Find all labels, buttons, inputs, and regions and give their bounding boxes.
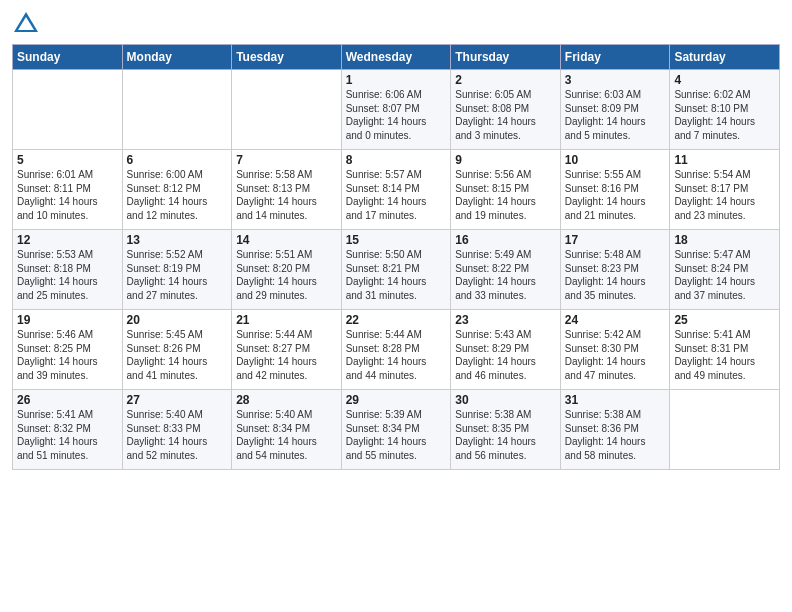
day-number: 14 — [236, 233, 337, 247]
week-row-4: 26Sunrise: 5:41 AMSunset: 8:32 PMDayligh… — [13, 390, 780, 470]
day-info: Sunrise: 5:41 AMSunset: 8:32 PMDaylight:… — [17, 408, 118, 462]
calendar-cell: 8Sunrise: 5:57 AMSunset: 8:14 PMDaylight… — [341, 150, 451, 230]
weekday-header-saturday: Saturday — [670, 45, 780, 70]
day-number: 6 — [127, 153, 228, 167]
calendar-cell: 26Sunrise: 5:41 AMSunset: 8:32 PMDayligh… — [13, 390, 123, 470]
day-number: 17 — [565, 233, 666, 247]
day-info: Sunrise: 6:01 AMSunset: 8:11 PMDaylight:… — [17, 168, 118, 222]
day-info: Sunrise: 5:54 AMSunset: 8:17 PMDaylight:… — [674, 168, 775, 222]
day-info: Sunrise: 5:38 AMSunset: 8:36 PMDaylight:… — [565, 408, 666, 462]
day-number: 2 — [455, 73, 556, 87]
calendar-cell: 25Sunrise: 5:41 AMSunset: 8:31 PMDayligh… — [670, 310, 780, 390]
weekday-header-thursday: Thursday — [451, 45, 561, 70]
weekday-header-wednesday: Wednesday — [341, 45, 451, 70]
calendar-cell — [232, 70, 342, 150]
weekday-header-row: SundayMondayTuesdayWednesdayThursdayFrid… — [13, 45, 780, 70]
day-info: Sunrise: 6:06 AMSunset: 8:07 PMDaylight:… — [346, 88, 447, 142]
calendar-cell: 2Sunrise: 6:05 AMSunset: 8:08 PMDaylight… — [451, 70, 561, 150]
day-number: 12 — [17, 233, 118, 247]
week-row-3: 19Sunrise: 5:46 AMSunset: 8:25 PMDayligh… — [13, 310, 780, 390]
calendar-cell: 4Sunrise: 6:02 AMSunset: 8:10 PMDaylight… — [670, 70, 780, 150]
calendar-cell: 15Sunrise: 5:50 AMSunset: 8:21 PMDayligh… — [341, 230, 451, 310]
day-info: Sunrise: 5:49 AMSunset: 8:22 PMDaylight:… — [455, 248, 556, 302]
day-number: 3 — [565, 73, 666, 87]
day-number: 11 — [674, 153, 775, 167]
day-info: Sunrise: 5:47 AMSunset: 8:24 PMDaylight:… — [674, 248, 775, 302]
calendar-cell: 24Sunrise: 5:42 AMSunset: 8:30 PMDayligh… — [560, 310, 670, 390]
day-number: 28 — [236, 393, 337, 407]
day-info: Sunrise: 6:05 AMSunset: 8:08 PMDaylight:… — [455, 88, 556, 142]
weekday-header-friday: Friday — [560, 45, 670, 70]
day-number: 27 — [127, 393, 228, 407]
day-number: 23 — [455, 313, 556, 327]
calendar-cell: 9Sunrise: 5:56 AMSunset: 8:15 PMDaylight… — [451, 150, 561, 230]
week-row-2: 12Sunrise: 5:53 AMSunset: 8:18 PMDayligh… — [13, 230, 780, 310]
day-number: 15 — [346, 233, 447, 247]
day-number: 18 — [674, 233, 775, 247]
calendar-cell: 12Sunrise: 5:53 AMSunset: 8:18 PMDayligh… — [13, 230, 123, 310]
calendar-table: SundayMondayTuesdayWednesdayThursdayFrid… — [12, 44, 780, 470]
calendar-cell — [13, 70, 123, 150]
day-info: Sunrise: 6:00 AMSunset: 8:12 PMDaylight:… — [127, 168, 228, 222]
day-number: 9 — [455, 153, 556, 167]
calendar-cell: 10Sunrise: 5:55 AMSunset: 8:16 PMDayligh… — [560, 150, 670, 230]
day-number: 21 — [236, 313, 337, 327]
day-number: 7 — [236, 153, 337, 167]
calendar-cell: 29Sunrise: 5:39 AMSunset: 8:34 PMDayligh… — [341, 390, 451, 470]
week-row-1: 5Sunrise: 6:01 AMSunset: 8:11 PMDaylight… — [13, 150, 780, 230]
page: SundayMondayTuesdayWednesdayThursdayFrid… — [0, 0, 792, 612]
logo — [12, 10, 44, 38]
day-number: 31 — [565, 393, 666, 407]
day-number: 22 — [346, 313, 447, 327]
day-info: Sunrise: 5:40 AMSunset: 8:33 PMDaylight:… — [127, 408, 228, 462]
day-info: Sunrise: 6:02 AMSunset: 8:10 PMDaylight:… — [674, 88, 775, 142]
day-info: Sunrise: 5:51 AMSunset: 8:20 PMDaylight:… — [236, 248, 337, 302]
day-info: Sunrise: 5:52 AMSunset: 8:19 PMDaylight:… — [127, 248, 228, 302]
day-number: 10 — [565, 153, 666, 167]
calendar-cell — [122, 70, 232, 150]
day-number: 29 — [346, 393, 447, 407]
day-info: Sunrise: 5:39 AMSunset: 8:34 PMDaylight:… — [346, 408, 447, 462]
day-info: Sunrise: 5:48 AMSunset: 8:23 PMDaylight:… — [565, 248, 666, 302]
day-info: Sunrise: 5:44 AMSunset: 8:27 PMDaylight:… — [236, 328, 337, 382]
calendar-cell: 19Sunrise: 5:46 AMSunset: 8:25 PMDayligh… — [13, 310, 123, 390]
day-number: 24 — [565, 313, 666, 327]
header — [12, 10, 780, 38]
calendar-cell: 18Sunrise: 5:47 AMSunset: 8:24 PMDayligh… — [670, 230, 780, 310]
day-info: Sunrise: 5:43 AMSunset: 8:29 PMDaylight:… — [455, 328, 556, 382]
calendar-cell — [670, 390, 780, 470]
logo-icon — [12, 10, 40, 38]
calendar-cell: 27Sunrise: 5:40 AMSunset: 8:33 PMDayligh… — [122, 390, 232, 470]
day-number: 5 — [17, 153, 118, 167]
calendar-cell: 20Sunrise: 5:45 AMSunset: 8:26 PMDayligh… — [122, 310, 232, 390]
day-info: Sunrise: 5:42 AMSunset: 8:30 PMDaylight:… — [565, 328, 666, 382]
calendar-cell: 5Sunrise: 6:01 AMSunset: 8:11 PMDaylight… — [13, 150, 123, 230]
day-number: 25 — [674, 313, 775, 327]
calendar-cell: 1Sunrise: 6:06 AMSunset: 8:07 PMDaylight… — [341, 70, 451, 150]
calendar-cell: 21Sunrise: 5:44 AMSunset: 8:27 PMDayligh… — [232, 310, 342, 390]
weekday-header-monday: Monday — [122, 45, 232, 70]
day-info: Sunrise: 6:03 AMSunset: 8:09 PMDaylight:… — [565, 88, 666, 142]
calendar-cell: 23Sunrise: 5:43 AMSunset: 8:29 PMDayligh… — [451, 310, 561, 390]
calendar-cell: 22Sunrise: 5:44 AMSunset: 8:28 PMDayligh… — [341, 310, 451, 390]
weekday-header-sunday: Sunday — [13, 45, 123, 70]
day-number: 20 — [127, 313, 228, 327]
day-info: Sunrise: 5:44 AMSunset: 8:28 PMDaylight:… — [346, 328, 447, 382]
day-number: 19 — [17, 313, 118, 327]
day-number: 26 — [17, 393, 118, 407]
week-row-0: 1Sunrise: 6:06 AMSunset: 8:07 PMDaylight… — [13, 70, 780, 150]
calendar-cell: 30Sunrise: 5:38 AMSunset: 8:35 PMDayligh… — [451, 390, 561, 470]
day-number: 13 — [127, 233, 228, 247]
day-info: Sunrise: 5:50 AMSunset: 8:21 PMDaylight:… — [346, 248, 447, 302]
day-number: 1 — [346, 73, 447, 87]
calendar-cell: 13Sunrise: 5:52 AMSunset: 8:19 PMDayligh… — [122, 230, 232, 310]
calendar-cell: 28Sunrise: 5:40 AMSunset: 8:34 PMDayligh… — [232, 390, 342, 470]
calendar-cell: 17Sunrise: 5:48 AMSunset: 8:23 PMDayligh… — [560, 230, 670, 310]
calendar-cell: 7Sunrise: 5:58 AMSunset: 8:13 PMDaylight… — [232, 150, 342, 230]
day-info: Sunrise: 5:40 AMSunset: 8:34 PMDaylight:… — [236, 408, 337, 462]
day-info: Sunrise: 5:38 AMSunset: 8:35 PMDaylight:… — [455, 408, 556, 462]
day-number: 4 — [674, 73, 775, 87]
day-info: Sunrise: 5:46 AMSunset: 8:25 PMDaylight:… — [17, 328, 118, 382]
day-info: Sunrise: 5:56 AMSunset: 8:15 PMDaylight:… — [455, 168, 556, 222]
day-info: Sunrise: 5:41 AMSunset: 8:31 PMDaylight:… — [674, 328, 775, 382]
